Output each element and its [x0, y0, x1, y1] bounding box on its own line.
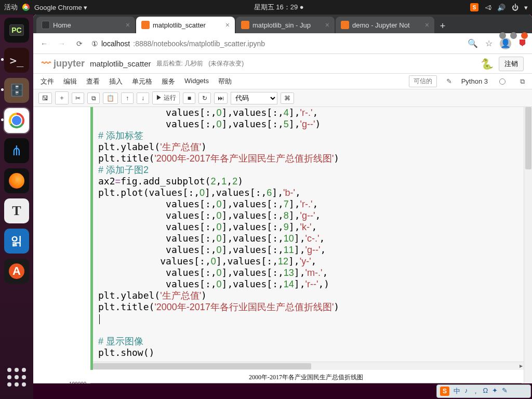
active-app-label[interactable]: Google Chrome ▾ — [34, 4, 87, 11]
tab-title: matplotlib_scatter — [153, 21, 206, 29]
url-path: :8888/notebooks/matplotlib_scatter.ipynb — [133, 39, 265, 48]
edit-mode-icon[interactable]: ✎ — [446, 77, 452, 85]
tab-close-icon[interactable]: × — [425, 21, 429, 29]
ime-tool-icon[interactable]: ✦ — [492, 387, 498, 396]
address-bar[interactable]: ① localhost:8888/notebooks/matplotlib_sc… — [91, 39, 461, 48]
menu-item[interactable]: 编辑 — [63, 77, 77, 86]
ime-tool-icon[interactable]: ✎ — [502, 387, 508, 396]
code-cell[interactable]: values[:,0],values[:,4],'r-.', values[:,… — [90, 107, 524, 370]
jupyter-menubar: 文件编辑查看插入单元格服务Widgets帮助 可信的 ✎ Python 3 ⧉ — [33, 74, 532, 89]
code-editor[interactable]: values[:,0],values[:,4],'r-.', values[:,… — [93, 107, 524, 361]
save-button[interactable]: 🖫 — [38, 92, 52, 104]
move-up-button[interactable]: ↑ — [121, 92, 134, 104]
menu-item[interactable]: 单元格 — [132, 77, 152, 86]
ime-toolbar[interactable]: S 中 ♪，Ω✦✎ — [436, 384, 531, 398]
launcher-files[interactable]: 🗄️ — [4, 78, 29, 103]
ime-tool-icon[interactable]: ♪ — [464, 387, 468, 396]
clock-label[interactable]: 星期五 16：29 ● — [254, 3, 304, 11]
system-menu-caret-icon[interactable]: ▾ — [524, 4, 528, 11]
tab-close-icon[interactable]: × — [225, 21, 230, 29]
nav-back-button[interactable]: ← — [38, 39, 50, 48]
nav-reload-button[interactable]: ⟳ — [74, 39, 85, 48]
python-logo-icon: 🐍 — [481, 58, 494, 70]
interrupt-button[interactable]: ■ — [183, 92, 195, 104]
menu-item[interactable]: 帮助 — [218, 77, 232, 86]
copy-button[interactable]: ⧉ — [87, 92, 100, 104]
launcher-app-generic[interactable]: 읽 — [4, 229, 29, 254]
tab-favicon — [341, 21, 349, 29]
browser-tab[interactable]: Home× — [36, 17, 135, 33]
menu-item[interactable]: Widgets — [184, 77, 209, 86]
url-host: localhost — [101, 39, 130, 48]
launcher-terminal[interactable]: >_ — [4, 48, 29, 73]
paste-button[interactable]: 📋 — [103, 92, 118, 104]
ubuntu-launcher: PC >_ 🗄️ ⋔ T 읽 A — [0, 15, 33, 399]
browser-tab[interactable]: matplotlib_scatter× — [136, 17, 235, 33]
chrome-tabstrip: Home×matplotlib_scatter×matplotlib_sin -… — [33, 15, 532, 33]
window-close-button[interactable] — [521, 32, 528, 39]
tab-favicon — [42, 21, 50, 29]
launcher-show-apps[interactable] — [4, 365, 29, 390]
notebook-name[interactable]: matplotlib_scatter — [90, 59, 151, 68]
command-palette-button[interactable]: ⌘ — [281, 92, 294, 104]
trusted-indicator[interactable]: 可信的 — [409, 75, 437, 87]
insert-cell-button[interactable]: ＋ — [55, 91, 69, 104]
launcher-pycharm[interactable]: PC — [4, 18, 29, 43]
power-icon[interactable]: ⏻ — [511, 3, 519, 11]
cell-horizontal-scrollbar[interactable]: ▸ — [93, 362, 524, 370]
page-vertical-scrollbar[interactable] — [524, 107, 532, 383]
tab-favicon — [141, 21, 150, 29]
checkpoint-label: 最后检查: 几秒前 — [156, 59, 204, 68]
output-chart-preview: 100000 80000 — [90, 383, 522, 383]
celltype-select[interactable]: 代码 — [231, 92, 277, 104]
ytick-label: 100000 — [69, 381, 86, 383]
autosave-label: (未保存改变) — [208, 59, 244, 68]
logout-button[interactable]: 注销 — [499, 57, 524, 71]
ime-tool-icon[interactable]: ， — [472, 387, 479, 396]
menu-item[interactable]: 服务 — [162, 77, 175, 86]
launcher-software-updater[interactable]: A — [4, 259, 29, 284]
open-outline-icon[interactable]: ⧉ — [520, 77, 525, 86]
ime-lang-label[interactable]: 中 — [454, 387, 460, 396]
launcher-texteditor[interactable]: T — [4, 198, 29, 223]
jupyter-logo[interactable]: 〰 jupyter — [42, 58, 85, 69]
new-tab-button[interactable]: + — [435, 19, 450, 33]
activities-button[interactable]: 活动 — [4, 3, 18, 12]
browser-tab[interactable]: matplotlib_sin - Jup× — [236, 17, 335, 33]
window-minimize-button[interactable] — [499, 32, 506, 39]
tab-close-icon[interactable]: × — [126, 21, 130, 29]
tab-favicon — [241, 21, 249, 29]
cut-button[interactable]: ✂ — [72, 92, 84, 104]
run-button[interactable]: ▶ 运行 — [152, 91, 180, 104]
profile-avatar-icon[interactable]: 👤 — [500, 38, 511, 49]
browser-tab[interactable]: demo - Jupyter Not× — [336, 17, 434, 33]
ime-indicator-icon[interactable]: S — [470, 3, 478, 11]
window-maximize-button[interactable] — [510, 32, 517, 39]
tab-close-icon[interactable]: × — [325, 21, 329, 29]
sogou-icon[interactable]: S — [440, 387, 449, 396]
tab-title: Home — [53, 21, 71, 29]
launcher-chrome[interactable] — [4, 108, 29, 133]
ime-tool-icon[interactable]: Ω — [483, 387, 488, 396]
chrome-window: Home×matplotlib_scatter×matplotlib_sin -… — [33, 15, 532, 383]
site-info-icon[interactable]: ① — [91, 39, 98, 48]
restart-run-all-button[interactable]: ⏭ — [214, 92, 228, 104]
notebook-area[interactable]: values[:,0],values[:,4],'r-.', values[:,… — [33, 107, 524, 383]
tab-title: demo - Jupyter Not — [352, 21, 410, 29]
kernel-name[interactable]: Python 3 — [461, 77, 488, 85]
restart-button[interactable]: ↻ — [198, 92, 211, 104]
menu-item[interactable]: 插入 — [109, 77, 123, 86]
ublock-icon[interactable]: ⛊ — [518, 39, 527, 48]
bookmark-star-icon[interactable]: ☆ — [485, 38, 493, 48]
volume-icon[interactable]: 🔊 — [497, 3, 506, 11]
chrome-icon — [22, 3, 30, 11]
launcher-firefox[interactable] — [4, 168, 29, 193]
nav-forward-button[interactable]: → — [56, 39, 68, 48]
move-down-button[interactable]: ↓ — [137, 92, 149, 104]
menu-item[interactable]: 查看 — [86, 77, 100, 86]
network-icon[interactable]: ⏿ — [484, 3, 492, 11]
menu-item[interactable]: 文件 — [41, 77, 54, 86]
output-chart-title: 2000年-2017年各产业国民生产总值折线图 — [90, 373, 522, 382]
search-icon[interactable]: 🔍 — [468, 38, 478, 48]
launcher-vscode[interactable]: ⋔ — [4, 138, 29, 163]
